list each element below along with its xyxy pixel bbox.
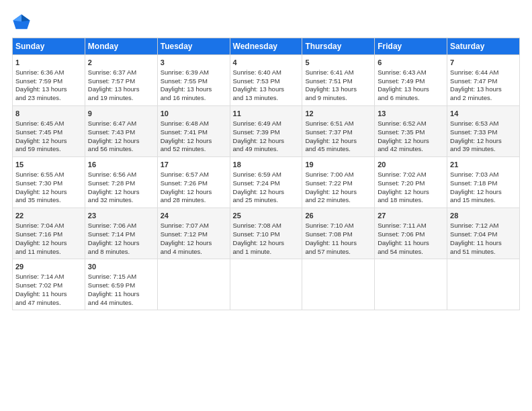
cell-line: and 13 minutes. — [233, 94, 279, 101]
cell-line: Sunrise: 7:14 AM — [15, 273, 64, 280]
cell-line: and 39 minutes. — [450, 145, 496, 152]
cell-line: Daylight: 12 hours — [161, 137, 212, 144]
day-number: 29 — [15, 262, 82, 272]
cell-line: Sunrise: 7:00 AM — [305, 171, 353, 178]
table-cell: 25Sunrise: 7:08 AMSunset: 7:10 PMDayligh… — [230, 208, 302, 259]
cell-line: Sunrise: 6:49 AM — [233, 120, 281, 127]
cell-line: Sunset: 7:10 PM — [233, 230, 280, 238]
cell-line: Sunset: 7:57 PM — [88, 77, 135, 85]
table-cell: 11Sunrise: 6:49 AMSunset: 7:39 PMDayligh… — [230, 106, 302, 157]
cell-line: and 32 minutes. — [88, 196, 134, 203]
cell-line: Sunset: 7:20 PM — [378, 179, 425, 187]
cell-line: Daylight: 12 hours — [233, 239, 285, 246]
cell-line: and 16 minutes. — [161, 94, 206, 101]
table-cell: 10Sunrise: 6:48 AMSunset: 7:41 PMDayligh… — [157, 106, 230, 157]
table-cell: 23Sunrise: 7:06 AMSunset: 7:14 PMDayligh… — [85, 208, 157, 259]
table-cell: 16Sunrise: 6:56 AMSunset: 7:28 PMDayligh… — [85, 157, 157, 208]
cell-line: Sunset: 7:04 PM — [450, 230, 497, 238]
col-tuesday: Tuesday — [157, 38, 230, 55]
table-cell: 8Sunrise: 6:45 AMSunset: 7:45 PMDaylight… — [13, 106, 85, 157]
cell-line: and 6 minutes. — [378, 94, 419, 101]
day-number: 23 — [88, 211, 154, 221]
table-cell: 28Sunrise: 7:12 AMSunset: 7:04 PMDayligh… — [447, 208, 520, 259]
day-number: 6 — [378, 58, 444, 68]
day-number: 12 — [305, 109, 371, 119]
cell-line: Daylight: 12 hours — [378, 188, 429, 195]
cell-line: Sunset: 7:08 PM — [305, 230, 352, 238]
table-cell: 13Sunrise: 6:52 AMSunset: 7:35 PMDayligh… — [375, 106, 447, 157]
table-cell: 14Sunrise: 6:53 AMSunset: 7:33 PMDayligh… — [447, 106, 520, 157]
cell-line: Sunrise: 6:39 AM — [161, 68, 209, 76]
cell-line: and 2 minutes. — [450, 94, 492, 101]
day-number: 3 — [161, 58, 227, 68]
cell-line: Sunrise: 7:10 AM — [305, 222, 353, 229]
cell-line: Sunrise: 6:57 AM — [161, 171, 209, 178]
cell-line: and 4 minutes. — [161, 248, 202, 255]
table-cell: 1Sunrise: 6:36 AMSunset: 7:59 PMDaylight… — [13, 55, 85, 106]
logo — [12, 12, 34, 31]
day-number: 22 — [15, 211, 82, 221]
col-friday: Friday — [375, 38, 447, 55]
cell-line: and 52 minutes. — [161, 145, 206, 152]
cell-line: Sunrise: 6:37 AM — [88, 68, 136, 76]
cell-line: Sunrise: 6:53 AM — [450, 120, 498, 127]
cell-line: Sunset: 7:16 PM — [15, 230, 62, 238]
cell-line: Sunset: 7:59 PM — [15, 77, 62, 85]
day-number: 25 — [233, 211, 300, 221]
cell-line: Daylight: 12 hours — [305, 137, 357, 144]
cell-line: Daylight: 12 hours — [233, 188, 285, 195]
day-number: 5 — [305, 58, 371, 68]
cell-line: Sunset: 7:45 PM — [15, 128, 62, 136]
cell-line: and 35 minutes. — [15, 196, 61, 203]
table-cell — [375, 259, 447, 310]
cell-line: Sunset: 7:33 PM — [450, 128, 497, 136]
col-thursday: Thursday — [302, 38, 375, 55]
table-cell — [230, 259, 302, 310]
table-cell: 19Sunrise: 7:00 AMSunset: 7:22 PMDayligh… — [302, 157, 375, 208]
day-number: 8 — [15, 109, 82, 119]
cell-line: Sunset: 7:43 PM — [88, 128, 135, 136]
cell-line: Sunrise: 6:55 AM — [15, 171, 64, 178]
cell-line: Sunset: 7:35 PM — [378, 128, 425, 136]
day-number: 17 — [161, 160, 227, 170]
cell-line: Sunrise: 6:51 AM — [305, 120, 353, 127]
cell-line: Daylight: 12 hours — [450, 137, 502, 144]
cell-line: and 19 minutes. — [88, 94, 134, 101]
cell-line: Daylight: 13 hours — [233, 85, 285, 93]
cell-line: Sunset: 7:47 PM — [450, 77, 497, 85]
cell-line: Daylight: 12 hours — [15, 188, 67, 195]
table-cell — [302, 259, 375, 310]
day-number: 11 — [233, 109, 300, 119]
cell-line: Daylight: 13 hours — [161, 85, 212, 93]
day-number: 9 — [88, 109, 154, 119]
cell-line: Daylight: 12 hours — [15, 239, 67, 246]
cell-line: Sunset: 7:49 PM — [378, 77, 425, 85]
day-number: 27 — [378, 211, 444, 221]
cell-line: and 9 minutes. — [305, 94, 347, 101]
day-number: 10 — [161, 109, 227, 119]
col-monday: Monday — [85, 38, 157, 55]
cell-line: Sunrise: 7:03 AM — [450, 171, 498, 178]
cell-line: Sunset: 7:18 PM — [450, 179, 497, 187]
table-cell: 20Sunrise: 7:02 AMSunset: 7:20 PMDayligh… — [375, 157, 447, 208]
cell-line: and 51 minutes. — [450, 248, 496, 255]
cell-line: and 56 minutes. — [88, 145, 134, 152]
day-number: 28 — [450, 211, 517, 221]
cell-line: Sunset: 7:37 PM — [305, 128, 352, 136]
cell-line: Sunset: 7:06 PM — [378, 230, 425, 238]
cell-line: Sunrise: 6:43 AM — [378, 68, 426, 76]
cell-line: and 57 minutes. — [305, 248, 351, 255]
table-cell: 3Sunrise: 6:39 AMSunset: 7:55 PMDaylight… — [157, 55, 230, 106]
cell-line: Daylight: 12 hours — [15, 137, 67, 144]
cell-line: Sunset: 7:02 PM — [15, 281, 62, 289]
table-cell: 27Sunrise: 7:11 AMSunset: 7:06 PMDayligh… — [375, 208, 447, 259]
cell-line: and 49 minutes. — [233, 145, 279, 152]
cell-line: Daylight: 12 hours — [305, 188, 357, 195]
cell-line: and 28 minutes. — [161, 196, 206, 203]
table-cell: 15Sunrise: 6:55 AMSunset: 7:30 PMDayligh… — [13, 157, 85, 208]
table-cell: 5Sunrise: 6:41 AMSunset: 7:51 PMDaylight… — [302, 55, 375, 106]
table-cell: 9Sunrise: 6:47 AMSunset: 7:43 PMDaylight… — [85, 106, 157, 157]
day-number: 15 — [15, 160, 82, 170]
day-number: 4 — [233, 58, 300, 68]
cell-line: and 22 minutes. — [305, 196, 351, 203]
